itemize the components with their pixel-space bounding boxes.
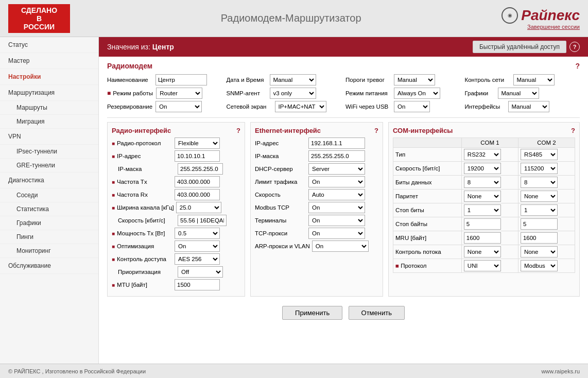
dhcp-label: DHCP-сервер xyxy=(255,166,306,172)
com-row-8-col2[interactable]: Modbus xyxy=(518,259,575,273)
com-row-0-col1[interactable]: RS232 xyxy=(461,148,518,162)
com-row-3-col2[interactable]: None xyxy=(518,190,575,203)
com-iface-section: СОМ-интерфейсы ? COM 1 COM 2 ТипRS232RS4… xyxy=(388,122,580,297)
com-row-label: Паритет xyxy=(393,190,462,203)
power-tx-select[interactable]: 0.5 xyxy=(175,228,220,239)
com-row-1-col2[interactable]: 115200 xyxy=(518,162,575,176)
com-row-7-col1[interactable]: None xyxy=(461,245,518,259)
access-select[interactable]: AES 256 xyxy=(175,253,220,265)
power-label: Режим питания xyxy=(345,90,392,96)
com-row-4-col1[interactable]: 1 xyxy=(461,203,518,217)
work-mode-label: Режим работы xyxy=(113,90,154,96)
sidebar-subitem-gre[interactable]: GRE-туннели xyxy=(0,159,98,173)
topbar-title: Значения из: Центр xyxy=(107,43,174,51)
sidebar-item-service[interactable]: Обслуживание xyxy=(0,258,98,274)
eth-ip-label: IP-адрес xyxy=(255,140,306,146)
header-logo-right: ◉ Райпекс Завершение сессии xyxy=(501,7,580,30)
arp-select[interactable]: On xyxy=(312,240,369,252)
tcp-proxy-select[interactable]: On xyxy=(308,228,365,239)
sidebar-subitem-statistics[interactable]: Статистика xyxy=(0,202,98,216)
priority-select[interactable]: Off xyxy=(178,266,223,278)
power-tx-label: Мощность Tx [Вт] xyxy=(117,230,172,236)
reserve-label: Резервирование xyxy=(107,104,153,110)
work-mode-select[interactable]: Router xyxy=(156,88,202,99)
snmp-label: SNMP-агент xyxy=(227,90,268,96)
date-select[interactable]: Manual xyxy=(270,74,316,85)
com-row-5-col1[interactable] xyxy=(461,217,518,231)
sidebar-item-master[interactable]: Мастер xyxy=(0,53,98,69)
sidebar-item-vpn[interactable]: VPN xyxy=(0,129,98,145)
firewall-select[interactable]: IP+MAC+NAT xyxy=(275,101,326,112)
sidebar-subitem-graphs[interactable]: Графики xyxy=(0,216,98,230)
mtu-input[interactable] xyxy=(175,279,220,290)
graphs-select[interactable]: Manual xyxy=(498,88,539,99)
sidebar-subitem-pings[interactable]: Пинги xyxy=(0,230,98,244)
sidebar-item-diagnostics[interactable]: Диагностика xyxy=(0,173,98,188)
mtu-label: MTU [байт] xyxy=(117,282,172,288)
speed-label: Скорость [кбит/с] xyxy=(118,217,176,224)
radio-protocol-label: Радио-протокол xyxy=(117,140,172,146)
eth-iface-help[interactable]: ? xyxy=(374,127,378,134)
terminals-select[interactable]: On xyxy=(308,215,365,226)
wifi-select[interactable]: On xyxy=(394,101,430,112)
sidebar-subitem-ipsec[interactable]: IPsec-туннели xyxy=(0,145,98,159)
cancel-button[interactable]: Отменить xyxy=(349,306,405,320)
com-row-2-col2[interactable]: 8 xyxy=(518,176,575,190)
com-row-7-col2[interactable]: None xyxy=(518,245,575,259)
optimization-select[interactable]: On xyxy=(175,240,220,252)
dhcp-select[interactable]: Server xyxy=(308,163,365,175)
com-row-0-col2[interactable]: RS485 xyxy=(518,148,575,162)
net-ctrl-select[interactable]: Manual xyxy=(513,74,555,85)
raipeks-icon: ◉ xyxy=(501,7,518,24)
sidebar-subitem-monitoring[interactable]: Мониторинг xyxy=(0,244,98,258)
freq-tx-input[interactable] xyxy=(175,176,220,187)
name-input[interactable] xyxy=(155,74,207,85)
sidebar-subitem-migration[interactable]: Миграция xyxy=(0,115,98,129)
quick-access-button[interactable]: Быстрый удалённый доступ xyxy=(473,41,566,53)
sidebar-item-status[interactable]: Статус xyxy=(0,37,98,53)
power-select[interactable]: Always On xyxy=(394,88,440,99)
footer-link[interactable]: www.raipeks.ru xyxy=(541,368,580,374)
radio-mask-input[interactable] xyxy=(178,163,223,175)
traffic-select[interactable]: On xyxy=(308,176,365,187)
firewall-label: Сетевой экран xyxy=(227,104,273,110)
sidebar-item-routing[interactable]: Маршрутизация xyxy=(0,85,98,101)
com-row-5-col2[interactable] xyxy=(518,217,575,231)
com-row-3-col1[interactable]: None xyxy=(461,190,518,203)
snmp-select[interactable]: v3 only xyxy=(270,88,316,99)
com-row-8-col1[interactable]: UNI xyxy=(461,259,518,273)
bandwidth-select[interactable]: 25.0 xyxy=(176,202,221,213)
modbus-label: Modbus TCP xyxy=(255,204,306,211)
sidebar-subitem-neighbors[interactable]: Соседи xyxy=(0,188,98,202)
help-button[interactable]: ? xyxy=(569,42,580,52)
com-col-label xyxy=(393,138,462,148)
eth-ip-input[interactable] xyxy=(308,138,365,149)
sidebar-subitem-routes[interactable]: Маршруты xyxy=(0,101,98,115)
ifaces-select[interactable]: Manual xyxy=(508,101,549,112)
eth-mask-input[interactable] xyxy=(308,150,365,162)
modbus-select[interactable]: On xyxy=(308,202,365,213)
eth-speed-select[interactable]: Auto xyxy=(308,189,365,200)
freq-rx-input[interactable] xyxy=(175,189,220,200)
session-end-link[interactable]: Завершение сессии xyxy=(527,24,580,30)
com-row-4-col2[interactable]: 1 xyxy=(518,203,575,217)
speed-input[interactable] xyxy=(178,215,227,226)
radio-protocol-select[interactable]: Flexible xyxy=(175,138,220,149)
com-row-1-col1[interactable]: 19200 xyxy=(461,162,518,176)
com-iface-help[interactable]: ? xyxy=(571,127,575,134)
com-row-label: Тип xyxy=(393,148,462,162)
thresholds-select[interactable]: Manual xyxy=(394,74,435,85)
thresholds-label: Пороги тревог xyxy=(345,77,392,83)
radio-iface-help[interactable]: ? xyxy=(236,127,240,134)
com-row-6-col2[interactable] xyxy=(518,231,575,245)
com-row-6-col1[interactable] xyxy=(461,231,518,245)
date-label: Дата и Время xyxy=(227,77,268,83)
radio-ip-input[interactable] xyxy=(175,150,220,162)
com-row-2-col1[interactable]: 8 xyxy=(461,176,518,190)
name-label: Наименование xyxy=(107,77,153,83)
raipeks-logo: Райпекс xyxy=(521,7,580,24)
reserve-select[interactable]: On xyxy=(155,101,202,112)
apply-button[interactable]: Применить xyxy=(282,306,342,320)
radiomodem-help[interactable]: ? xyxy=(575,62,580,70)
sidebar-item-settings[interactable]: Настройки xyxy=(0,69,98,85)
